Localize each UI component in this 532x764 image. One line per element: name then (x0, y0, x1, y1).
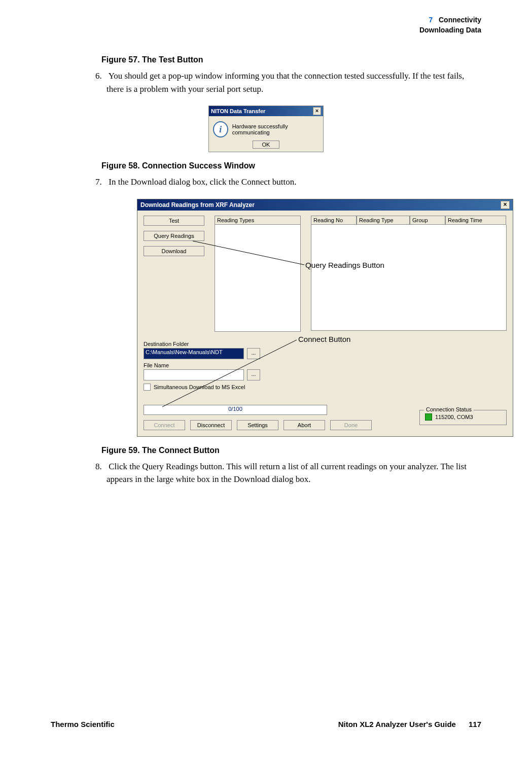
progress-bar: 0/100 (144, 405, 327, 415)
simultaneous-download-label: Simultaneous Download to MS Excel (154, 384, 245, 390)
connection-status-box: Connection Status 115200, COM3 (419, 410, 507, 425)
step-8-text: Click the Query Readings button. This wi… (107, 462, 467, 484)
abort-button[interactable]: Abort (283, 420, 325, 430)
dialog-titlebar: Download Readings from XRF Analyzer × (137, 199, 513, 211)
page-header: 7 Connectivity Downloading Data (51, 15, 481, 35)
col-reading-time[interactable]: Reading Time (445, 216, 506, 225)
query-readings-button[interactable]: Query Readings (144, 231, 204, 241)
col-reading-type[interactable]: Reading Type (357, 216, 410, 225)
col-group[interactable]: Group (410, 216, 445, 225)
footer-left: Thermo Scientific (51, 720, 115, 728)
close-icon[interactable]: × (313, 107, 321, 115)
step-8: 8. Click the Query Readings button. This… (107, 460, 481, 486)
download-button[interactable]: Download (144, 246, 204, 256)
connection-success-popup: NITON Data Transfer × i Hardware success… (208, 106, 324, 152)
popup-message: Hardware successfully communicating (232, 123, 319, 135)
step-7-text: In the Download dialog box, click the Co… (109, 177, 296, 187)
settings-button[interactable]: Settings (237, 420, 278, 430)
simultaneous-download-checkbox[interactable] (144, 384, 151, 391)
reading-types-list[interactable] (215, 225, 301, 332)
destination-folder-label: Destination Folder (144, 341, 507, 347)
chapter-number: 7 (429, 16, 433, 24)
destination-folder-input[interactable]: C:\Manuals\New-Manuals\NDT (144, 348, 244, 359)
step-6-number: 6. (95, 70, 107, 83)
step-6: 6. You should get a pop-up window inform… (107, 70, 481, 95)
browse-file-button[interactable]: ... (247, 369, 260, 380)
disconnect-button[interactable]: Disconnect (190, 420, 232, 430)
progress-text: 0/100 (144, 406, 327, 412)
chapter-title: Connectivity (439, 16, 481, 24)
col-reading-no[interactable]: Reading No (311, 216, 357, 225)
connection-status-label: Connection Status (424, 406, 474, 412)
figure-57-caption: Figure 57. The Test Button (101, 55, 481, 64)
connect-button[interactable]: Connect (144, 420, 185, 430)
ok-button[interactable]: OK (253, 141, 280, 149)
figure-58-caption: Figure 58. Connection Success Window (101, 161, 481, 170)
step-8-number: 8. (95, 460, 107, 473)
test-button[interactable]: Test (144, 216, 204, 226)
readings-table[interactable] (311, 225, 507, 331)
step-6-text: You should get a pop-up window informing… (107, 71, 464, 94)
page-footer: Thermo Scientific Niton XL2 Analyzer Use… (51, 720, 481, 728)
section-title: Downloading Data (51, 25, 481, 36)
footer-guide-title: Niton XL2 Analyzer User's Guide (338, 720, 456, 728)
step-7: 7. In the Download dialog box, click the… (107, 176, 481, 189)
footer-page-number: 117 (469, 720, 481, 728)
popup-title-text: NITON Data Transfer (211, 108, 265, 114)
connection-status-value: 115200, COM3 (435, 414, 473, 420)
connection-led-icon (425, 413, 432, 421)
done-button[interactable]: Done (330, 420, 372, 430)
info-icon: i (213, 121, 228, 137)
popup-titlebar: NITON Data Transfer × (209, 106, 323, 116)
file-name-label: File Name (144, 362, 507, 368)
file-name-input[interactable] (144, 369, 244, 380)
figure-59-caption: Figure 59. The Connect Button (101, 446, 481, 455)
close-icon[interactable]: × (501, 201, 510, 209)
dialog-title-text: Download Readings from XRF Analyzer (140, 201, 255, 209)
download-dialog: Download Readings from XRF Analyzer × Te… (137, 199, 513, 437)
browse-folder-button[interactable]: ... (247, 348, 260, 359)
reading-types-header: Reading Types (215, 216, 301, 225)
step-7-number: 7. (95, 176, 107, 189)
